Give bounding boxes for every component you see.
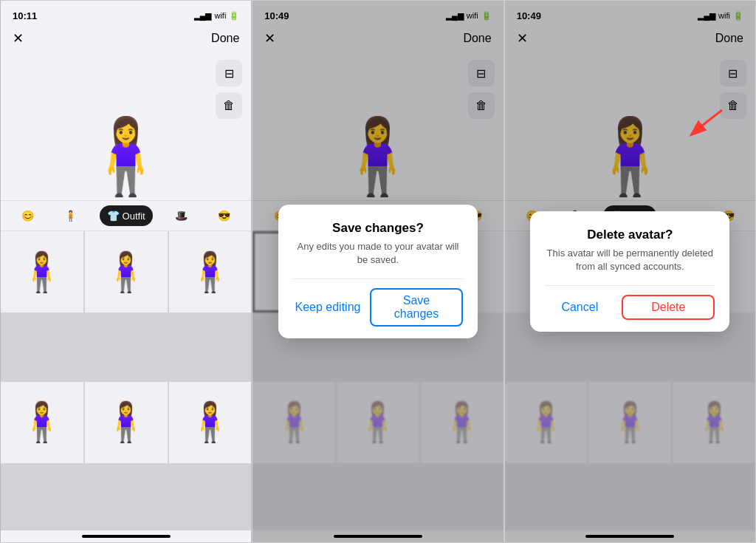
status-icons-1: ▂▄▆ wifi 🔋 (194, 11, 240, 21)
outfit-cell-1-2[interactable]: 🧍‍♀️ (85, 231, 168, 313)
save-modal-actions: Keep editing Save changes (293, 279, 463, 327)
face-icon: 😊 (21, 210, 34, 222)
save-button-1[interactable]: ⊟ (216, 60, 242, 86)
delete-modal-overlay: Delete avatar? This avatar will be perma… (505, 1, 755, 542)
outfit-cell-1-6[interactable]: 🧍‍♀️ (169, 382, 252, 463)
save-modal-overlay: Save changes? Any edits you made to your… (252, 1, 503, 542)
phone-2: 10:49 ▂▄▆ wifi 🔋 ✕ Done ⊟ 🗑 🧍‍♀️ 😊 🧍 👕 O… (252, 0, 504, 543)
delete-modal-body: This avatar will be permanently deleted … (545, 247, 715, 273)
acc-icon: 😎 (218, 210, 230, 222)
delete-button-1[interactable]: 🗑 (216, 92, 242, 119)
outfit-cell-1-5[interactable]: 🧍‍♀️ (85, 382, 168, 463)
outfit-figure: 🧍‍♀️ (186, 400, 234, 445)
keep-editing-button[interactable]: Keep editing (293, 301, 362, 314)
tab-acc-1[interactable]: 😎 (210, 205, 238, 226)
save-modal-body: Any edits you made to your avatar will b… (293, 240, 463, 267)
save-changes-button[interactable]: Save changes (370, 288, 463, 327)
outfit-figure: 🧍‍♀️ (186, 250, 234, 295)
battery-icon-1: 🔋 (229, 11, 239, 21)
outfit-figure: 🧍‍♀️ (18, 400, 66, 445)
tab-outfit-1[interactable]: 👕 Outfit (100, 205, 153, 226)
outfit-grid-1: 🧍‍♀️ 🧍‍♀️ 🧍‍♀️ 🧍‍♀️ 🧍‍♀️ 🧍‍♀️ (1, 231, 251, 530)
home-indicator-1 (82, 535, 171, 538)
body-icon: 🧍 (64, 210, 77, 222)
close-button-1[interactable]: ✕ (13, 30, 24, 47)
outfit-label: Outfit (123, 211, 145, 222)
phone-3: 10:49 ▂▄▆ wifi 🔋 ✕ Done ⊟ 🗑 (504, 0, 756, 543)
category-tabs-1: 😊 🧍 👕 Outfit 🎩 😎 (1, 200, 251, 231)
status-bar-1: 10:11 ▂▄▆ wifi 🔋 (1, 1, 251, 27)
tab-hat-1[interactable]: 🎩 (168, 205, 195, 226)
delete-modal-actions: Cancel Delete (545, 285, 715, 320)
outfit-cell-1-1[interactable]: 🧍‍♀️ (1, 231, 83, 313)
hat-icon: 🎩 (175, 210, 188, 222)
tab-body-1[interactable]: 🧍 (57, 205, 84, 226)
delete-confirm-button[interactable]: Delete (622, 295, 715, 320)
outfit-cell-1-3[interactable]: 🧍‍♀️ (169, 231, 252, 313)
outfit-figure: 🧍‍♀️ (102, 250, 150, 295)
outfit-figure: 🧍‍♀️ (18, 250, 66, 295)
tab-face-1[interactable]: 😊 (14, 205, 41, 226)
avatar-figure-1: 🧍‍♀️ (80, 119, 172, 193)
wifi-icon-1: wifi (214, 11, 226, 20)
outfit-cell-1-4[interactable]: 🧍‍♀️ (1, 382, 83, 463)
phone-1: 10:11 ▂▄▆ wifi 🔋 ✕ Done ⊟ 🗑 🧍‍♀️ 😊 🧍 👕 O… (0, 0, 252, 543)
done-button-1[interactable]: Done (211, 32, 239, 45)
cancel-button-delete-modal[interactable]: Cancel (545, 301, 614, 314)
save-modal-title: Save changes? (293, 221, 463, 236)
outfit-icon: 👕 (107, 210, 120, 222)
red-arrow-annotation (685, 103, 729, 150)
delete-modal-card: Delete avatar? This avatar will be perma… (530, 211, 729, 332)
action-buttons-1: ⊟ 🗑 (216, 60, 242, 119)
outfit-figure: 🧍‍♀️ (102, 400, 150, 445)
signal-icon-1: ▂▄▆ (194, 11, 212, 21)
avatar-preview-1: ⊟ 🗑 🧍‍♀️ (1, 52, 251, 200)
top-nav-1: ✕ Done (1, 27, 251, 52)
status-time-1: 10:11 (13, 10, 37, 21)
save-modal-card: Save changes? Any edits you made to your… (278, 205, 478, 338)
delete-modal-title: Delete avatar? (545, 228, 715, 242)
